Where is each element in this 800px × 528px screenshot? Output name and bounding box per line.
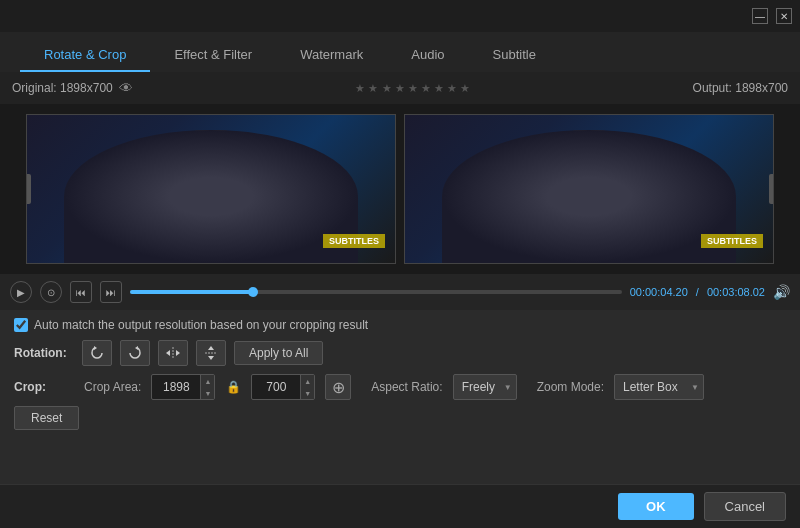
timeline[interactable] bbox=[130, 290, 622, 294]
height-input[interactable]: 700 bbox=[252, 378, 300, 396]
video-frame-left: SUBTITLES bbox=[26, 114, 396, 264]
preview-area: SUBTITLES SUBTITLES bbox=[0, 104, 800, 274]
crop-label: Crop: bbox=[14, 380, 74, 394]
svg-marker-6 bbox=[208, 346, 214, 350]
rotation-label: Rotation: bbox=[14, 346, 74, 360]
playback-thumb[interactable] bbox=[248, 287, 258, 297]
tab-effect-filter[interactable]: Effect & Filter bbox=[150, 39, 276, 72]
video-figure-left bbox=[64, 130, 358, 263]
title-bar: — ✕ bbox=[0, 0, 800, 32]
info-bar: Original: 1898x700 👁 ★ ★ ★ ★ ★ ★ ★ ★ ★ O… bbox=[0, 72, 800, 104]
reset-button[interactable]: Reset bbox=[14, 406, 79, 430]
original-resolution: Original: 1898x700 bbox=[12, 81, 113, 95]
time-separator: / bbox=[696, 286, 699, 298]
lock-icon[interactable]: 🔒 bbox=[225, 374, 241, 400]
zoom-mode-wrapper: Letter Box Pan & Scan Full bbox=[614, 374, 704, 400]
flip-vertical-button[interactable] bbox=[196, 340, 226, 366]
aspect-ratio-wrapper: Freely 16:9 4:3 1:1 9:16 bbox=[453, 374, 517, 400]
svg-marker-0 bbox=[94, 346, 97, 350]
close-button[interactable]: ✕ bbox=[776, 8, 792, 24]
current-time: 00:00:04.20 bbox=[630, 286, 688, 298]
height-input-wrapper: 700 ▲ ▼ bbox=[251, 374, 315, 400]
total-time: 00:03:08.02 bbox=[707, 286, 765, 298]
height-spinner: ▲ ▼ bbox=[300, 375, 314, 399]
video-overlay-text-left: SUBTITLES bbox=[323, 234, 385, 248]
rotate-right-button[interactable] bbox=[120, 340, 150, 366]
crop-row: Crop: Crop Area: 1898 ▲ ▼ 🔒 700 ▲ ▼ ⊕ As… bbox=[14, 374, 786, 400]
tab-subtitle[interactable]: Subtitle bbox=[469, 39, 560, 72]
eye-icon[interactable]: 👁 bbox=[119, 80, 133, 96]
tabs-bar: Rotate & Crop Effect & Filter Watermark … bbox=[0, 32, 800, 72]
video-frame-right: SUBTITLES bbox=[404, 114, 774, 264]
width-down-button[interactable]: ▼ bbox=[201, 387, 214, 399]
auto-match-checkbox[interactable] bbox=[14, 318, 28, 332]
tab-rotate-crop[interactable]: Rotate & Crop bbox=[20, 39, 150, 72]
center-button[interactable]: ⊕ bbox=[325, 374, 351, 400]
height-down-button[interactable]: ▼ bbox=[301, 387, 314, 399]
width-up-button[interactable]: ▲ bbox=[201, 375, 214, 387]
zoom-mode-label: Zoom Mode: bbox=[537, 380, 604, 394]
output-resolution: Output: 1898x700 bbox=[693, 81, 788, 95]
volume-icon[interactable]: 🔊 bbox=[773, 284, 790, 300]
reset-row: Reset bbox=[14, 406, 786, 430]
auto-match-label: Auto match the output resolution based o… bbox=[34, 318, 368, 332]
flip-horizontal-button[interactable] bbox=[158, 340, 188, 366]
cancel-button[interactable]: Cancel bbox=[704, 492, 786, 521]
play-button[interactable]: ▶ bbox=[10, 281, 32, 303]
width-spinner: ▲ ▼ bbox=[200, 375, 214, 399]
tab-audio[interactable]: Audio bbox=[387, 39, 468, 72]
apply-all-button[interactable]: Apply to All bbox=[234, 341, 323, 365]
width-input-wrapper: 1898 ▲ ▼ bbox=[151, 374, 215, 400]
controls-area: Auto match the output resolution based o… bbox=[0, 310, 800, 438]
prev-frame-button[interactable]: ⏮ bbox=[70, 281, 92, 303]
svg-marker-7 bbox=[208, 356, 214, 360]
video-thumb-left: SUBTITLES bbox=[27, 115, 395, 263]
rotate-left-button[interactable] bbox=[82, 340, 112, 366]
next-frame-button[interactable]: ⏭ bbox=[100, 281, 122, 303]
filename-label: ★ ★ ★ ★ ★ ★ ★ ★ ★ bbox=[355, 82, 469, 94]
crop-area-label: Crop Area: bbox=[84, 380, 141, 394]
height-up-button[interactable]: ▲ bbox=[301, 375, 314, 387]
video-thumb-right: SUBTITLES bbox=[405, 115, 773, 263]
right-frame-handle[interactable] bbox=[769, 174, 774, 204]
zoom-mode-select[interactable]: Letter Box Pan & Scan Full bbox=[614, 374, 704, 400]
aspect-ratio-select[interactable]: Freely 16:9 4:3 1:1 9:16 bbox=[453, 374, 517, 400]
svg-marker-4 bbox=[176, 350, 180, 356]
tab-watermark[interactable]: Watermark bbox=[276, 39, 387, 72]
playback-bar: ▶ ⊙ ⏮ ⏭ 00:00:04.20 / 00:03:08.02 🔊 bbox=[0, 274, 800, 310]
left-frame-handle[interactable] bbox=[26, 174, 31, 204]
video-overlay-text-right: SUBTITLES bbox=[701, 234, 763, 248]
svg-marker-1 bbox=[135, 346, 138, 350]
minimize-button[interactable]: — bbox=[752, 8, 768, 24]
svg-marker-3 bbox=[166, 350, 170, 356]
rotation-row: Rotation: bbox=[14, 340, 786, 366]
ok-button[interactable]: OK bbox=[618, 493, 694, 520]
width-input[interactable]: 1898 bbox=[152, 378, 200, 396]
playback-progress bbox=[130, 290, 253, 294]
bottom-bar: OK Cancel bbox=[0, 484, 800, 528]
stop-button[interactable]: ⊙ bbox=[40, 281, 62, 303]
auto-match-row: Auto match the output resolution based o… bbox=[14, 318, 786, 332]
video-figure-right bbox=[442, 130, 736, 263]
aspect-ratio-label: Aspect Ratio: bbox=[371, 380, 442, 394]
